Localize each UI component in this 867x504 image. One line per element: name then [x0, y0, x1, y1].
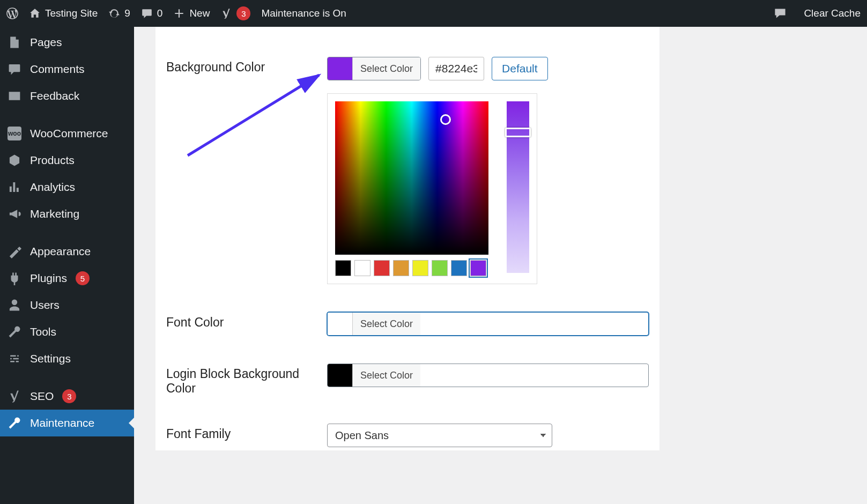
clear-cache-link[interactable]: Clear Cache [804, 8, 861, 19]
wordpress-icon [6, 8, 18, 19]
sidebar-item-label: Marketing [30, 207, 79, 220]
preset-swatch-orange[interactable] [393, 260, 409, 276]
admin-sidebar: Pages Comments Feedback woo WooCommerce … [0, 27, 134, 504]
admin-toolbar: Testing Site 9 0 New 3 Maintenance is On… [0, 0, 867, 27]
maintenance-status[interactable]: Maintenance is On [261, 8, 346, 19]
maintenance-icon [8, 416, 21, 430]
comments-count: 0 [157, 8, 163, 19]
label-background-color: Background Color [166, 57, 327, 75]
login-bg-color-swatch [328, 364, 352, 387]
sidebar-item-woocommerce[interactable]: woo WooCommerce [0, 120, 134, 147]
sidebar-item-label: Tools [30, 325, 56, 338]
sidebar-item-appearance[interactable]: Appearance [0, 238, 134, 265]
sidebar-item-label: Appearance [30, 245, 91, 258]
sidebar-item-seo[interactable]: SEO 3 [0, 383, 134, 410]
plugins-badge: 5 [76, 271, 90, 285]
sidebar-item-label: Plugins [30, 272, 67, 285]
sidebar-item-label: Comments [30, 63, 85, 76]
maintenance-status-label: Maintenance is On [261, 8, 346, 19]
comments-menu-icon [8, 62, 21, 76]
plugins-icon [8, 271, 21, 285]
preset-swatch-blue[interactable] [451, 260, 467, 276]
sidebar-item-label: Products [30, 154, 75, 167]
font-color-select-label: Select Color [352, 313, 420, 335]
settings-icon [8, 352, 21, 366]
sidebar-item-users[interactable]: Users [0, 292, 134, 318]
bg-color-swatch [328, 57, 352, 80]
new-content-link[interactable]: New [173, 8, 210, 19]
row-font-family: Font Family Open Sans [155, 410, 659, 450]
comment-icon [141, 8, 153, 19]
seo-badge: 3 [62, 389, 76, 403]
sidebar-item-label: Pages [30, 36, 62, 49]
clear-cache-label: Clear Cache [804, 8, 861, 19]
font-color-swatch [328, 313, 352, 335]
woocommerce-icon: woo [8, 127, 21, 140]
preset-swatch-green[interactable] [432, 260, 448, 276]
new-content-label: New [189, 8, 210, 19]
bg-color-select-label: Select Color [352, 57, 420, 80]
color-picker-panel [327, 93, 537, 284]
preset-swatch-red[interactable] [374, 260, 390, 276]
plus-icon [173, 8, 185, 19]
updates-count: 9 [124, 8, 130, 19]
row-login-bg-color: Login Block Background Color Select Colo… [155, 350, 659, 410]
site-name-label: Testing Site [45, 8, 98, 19]
main-content: Background Color Select Color Default [134, 27, 867, 504]
update-icon [108, 8, 120, 19]
sidebar-item-feedback[interactable]: Feedback [0, 83, 134, 109]
sidebar-item-pages[interactable]: Pages [0, 29, 134, 56]
preset-swatch-yellow[interactable] [412, 260, 428, 276]
site-name-link[interactable]: Testing Site [29, 8, 98, 19]
sidebar-item-label: SEO [30, 390, 54, 403]
sidebar-item-comments[interactable]: Comments [0, 56, 134, 83]
preset-swatch-purple[interactable] [470, 260, 486, 276]
font-family-select[interactable]: Open Sans [327, 424, 552, 447]
settings-form-card: Background Color Select Color Default [155, 27, 659, 450]
appearance-icon [8, 244, 21, 258]
sidebar-item-label: Analytics [30, 181, 75, 194]
yoast-icon [220, 8, 232, 19]
sidebar-item-settings[interactable]: Settings [0, 345, 134, 372]
hue-slider[interactable] [507, 101, 529, 273]
sidebar-item-products[interactable]: Products [0, 147, 134, 174]
pages-icon [8, 35, 21, 49]
products-icon [8, 153, 21, 167]
updates-link[interactable]: 9 [108, 8, 130, 19]
yoast-link[interactable]: 3 [220, 6, 250, 20]
sidebar-item-analytics[interactable]: Analytics [0, 174, 134, 201]
sidebar-item-marketing[interactable]: Marketing [0, 201, 134, 227]
label-login-bg-color: Login Block Background Color [166, 364, 327, 396]
cache-chat-icon[interactable] [774, 7, 787, 20]
sidebar-item-label: Maintenance [30, 417, 94, 429]
seo-icon [8, 389, 21, 403]
analytics-icon [8, 180, 21, 194]
row-font-color: Font Color Select Color [155, 298, 659, 350]
label-font-family: Font Family [166, 424, 327, 441]
label-font-color: Font Color [166, 312, 327, 330]
bg-color-default-button[interactable]: Default [492, 57, 548, 80]
saturation-box[interactable] [335, 101, 488, 255]
login-bg-color-select[interactable]: Select Color [327, 364, 649, 387]
sidebar-item-label: Users [30, 299, 60, 312]
sidebar-item-label: WooCommerce [30, 127, 108, 140]
preset-swatch-black[interactable] [335, 260, 351, 276]
sidebar-item-maintenance[interactable]: Maintenance [0, 410, 134, 436]
sidebar-item-label: Feedback [30, 90, 79, 102]
hue-handle[interactable] [505, 128, 531, 137]
yoast-badge: 3 [236, 6, 250, 20]
bg-color-hex-input[interactable] [428, 57, 484, 80]
font-color-select[interactable]: Select Color [327, 312, 649, 336]
preset-swatch-row [335, 260, 488, 276]
preset-swatch-white[interactable] [354, 260, 370, 276]
sidebar-item-label: Settings [30, 352, 71, 365]
row-background-color: Background Color Select Color Default [155, 43, 659, 298]
sidebar-item-plugins[interactable]: Plugins 5 [0, 265, 134, 292]
marketing-icon [8, 207, 21, 221]
sidebar-item-tools[interactable]: Tools [0, 318, 134, 345]
wordpress-logo[interactable] [6, 8, 18, 19]
users-icon [8, 298, 21, 312]
bg-color-select[interactable]: Select Color [327, 57, 421, 80]
comments-link[interactable]: 0 [141, 8, 163, 19]
picker-handle[interactable] [440, 114, 451, 125]
